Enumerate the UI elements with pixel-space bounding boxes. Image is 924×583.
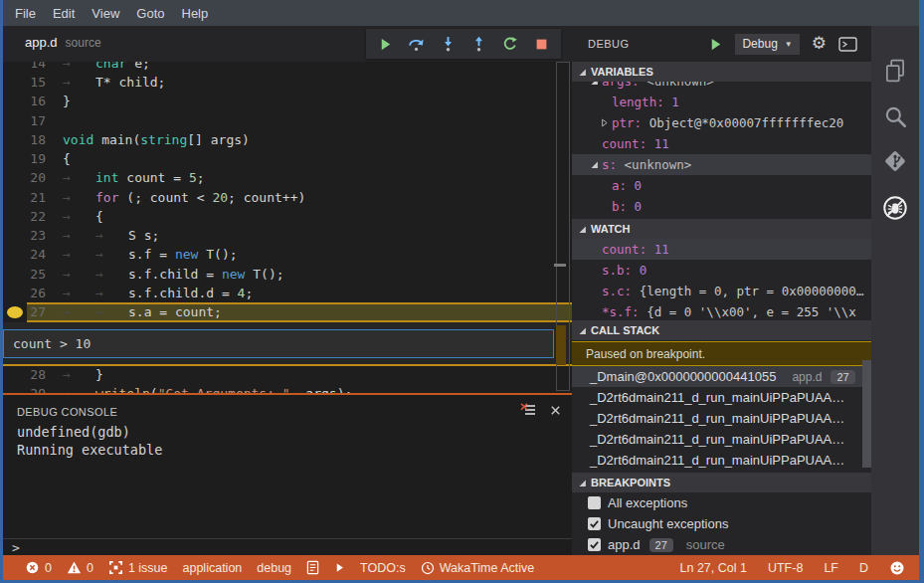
files-activity-icon[interactable] <box>871 50 919 92</box>
chevron-expanded-icon[interactable] <box>590 82 602 86</box>
line-number: 27 <box>3 302 55 322</box>
frame-function: _D2rt6dmain211_d_run_mainUiPPaPUAA… <box>590 432 844 447</box>
status-todos[interactable]: TODO:s <box>360 561 406 575</box>
editor-scrollbar[interactable] <box>556 62 570 391</box>
frame-function: _D2rt6dmain211_d_run_mainUiPPaPUAA… <box>590 411 844 426</box>
clock-icon <box>421 561 435 575</box>
gear-icon[interactable]: ⚙ <box>812 35 827 53</box>
status-task-application[interactable]: application <box>183 561 243 575</box>
status-label: 0 <box>87 561 93 575</box>
checkbox-checked[interactable] <box>588 538 601 551</box>
condition-input[interactable]: count > 10 <box>3 329 554 358</box>
code-line-14: 14→char e; <box>3 62 572 74</box>
clear-console-icon[interactable] <box>520 403 536 417</box>
git-activity-icon[interactable] <box>871 140 919 182</box>
status-errors[interactable]: 0 <box>25 560 52 575</box>
console-title: DEBUG CONSOLE <box>17 406 117 418</box>
search-activity-icon[interactable] <box>871 96 919 137</box>
variable-b[interactable]: b: 0 <box>572 196 871 217</box>
variable-length[interactable]: length: 1 <box>572 92 871 112</box>
overview-ruler-mark <box>556 325 566 365</box>
status-cursor-position[interactable]: Ln 27, Col 1 <box>680 561 747 575</box>
variable-value: 11 <box>654 133 669 154</box>
watch-s.c[interactable]: s.c: {length = 0, ptr = 0x00000000… <box>572 281 871 301</box>
status-label: application <box>183 561 243 575</box>
status-wakatime[interactable]: WakaTime Active <box>421 561 535 575</box>
debug-sidebar: DEBUG Debug ▼ ⚙ VARIABLES args: <unknown… <box>572 26 871 555</box>
restart-button[interactable] <box>498 32 522 56</box>
call-stack-list: _Dmain@0x0000000000441055app.d27_D2rt6dm… <box>572 366 871 473</box>
status-language-mode[interactable]: D <box>859 561 868 575</box>
status-issues[interactable]: 1 issue <box>108 560 168 575</box>
tab-appd[interactable]: app.dsource <box>25 35 101 50</box>
code-text: →int count = 5; <box>63 168 205 188</box>
close-icon[interactable] <box>549 404 562 417</box>
menu-goto[interactable]: Goto <box>133 4 167 23</box>
sidebar-scrollbar[interactable] <box>862 360 871 468</box>
chevron-collapsed-icon[interactable] <box>600 118 612 127</box>
continue-button[interactable] <box>373 32 397 56</box>
variable-count[interactable]: count: 11 <box>572 133 871 154</box>
chevron-expanded-icon[interactable] <box>590 160 602 169</box>
watch-s.b[interactable]: s.b: 0 <box>572 260 871 281</box>
section-variables[interactable]: VARIABLES <box>572 62 871 82</box>
line-number: 14 <box>3 62 55 74</box>
variable-ptr[interactable]: ptr: Object@*0x00007fffffffec20 <box>572 112 871 133</box>
variable-a[interactable]: a: 0 <box>572 175 871 196</box>
status-warnings[interactable]: 0 <box>67 560 93 575</box>
step-into-button[interactable] <box>436 32 460 56</box>
variable-value: <unknown> <box>647 82 714 92</box>
menu-edit[interactable]: Edit <box>50 4 78 23</box>
stack-frame[interactable]: _D2rt6dmain211_d_run_mainUiPPaPUAA… <box>572 387 871 408</box>
variable-args[interactable]: args: <unknown> <box>572 82 871 92</box>
section-call-stack[interactable]: CALL STACK <box>572 320 871 340</box>
console-line: Running executable <box>17 442 162 460</box>
status-label: Ln 27, Col 1 <box>680 561 747 575</box>
stop-button[interactable] <box>530 32 554 56</box>
status-feedback[interactable] <box>889 560 905 576</box>
code-editor[interactable]: 14→char e;15→T* child;16}1718void main(s… <box>3 62 572 393</box>
error-icon <box>25 560 40 575</box>
console-line: undefined(gdb) <box>17 424 162 442</box>
start-debug-icon[interactable] <box>708 37 723 52</box>
step-out-button[interactable] <box>467 32 491 56</box>
variable-name: a: <box>612 175 635 196</box>
checkbox-unchecked[interactable] <box>588 496 601 509</box>
section-breakpoints[interactable]: BREAKPOINTS <box>572 473 871 492</box>
section-label: CALL STACK <box>591 324 659 336</box>
status-document[interactable] <box>306 560 319 575</box>
checkbox-checked[interactable] <box>588 517 601 530</box>
debug-config-label: Debug <box>742 37 777 51</box>
watch-*s.f[interactable]: *s.f: {d = 0 '\\x00', e = 255 '\\x <box>572 301 871 320</box>
section-watch[interactable]: WATCH <box>572 219 871 239</box>
breakpoint-item[interactable]: Uncaught exceptions <box>572 513 871 534</box>
stack-frame[interactable]: _Dmain@0x0000000000441055app.d27 <box>572 366 871 387</box>
line-badge: 27 <box>649 538 673 552</box>
status-eol[interactable]: LF <box>824 561 838 575</box>
frame-function: _Dmain@0x0000000000441055 <box>590 369 776 384</box>
console-input[interactable]: > <box>3 538 572 556</box>
menu-view[interactable]: View <box>89 4 122 23</box>
watch-count[interactable]: count: 11 <box>572 239 871 260</box>
open-console-icon[interactable] <box>838 37 857 52</box>
debug-config-dropdown[interactable]: Debug ▼ <box>735 34 799 55</box>
console-output: undefined(gdb)Running executable <box>17 424 162 459</box>
status-encoding[interactable]: UTF-8 <box>768 561 803 575</box>
menu-file[interactable]: File <box>12 4 39 23</box>
breakpoint-item[interactable]: All exceptions <box>572 492 871 513</box>
menu-help[interactable]: Help <box>179 4 212 23</box>
scrollbar-thumb[interactable] <box>554 264 566 267</box>
stack-frame[interactable]: _D2rt6dmain211_d_run_mainUiPPaPUAA… <box>572 450 871 471</box>
status-task-debug[interactable]: debug <box>257 561 291 575</box>
code-line-21: 21→for (; count < 20; count++) <box>3 188 572 208</box>
variable-name: ptr: <box>612 112 649 133</box>
step-over-button[interactable] <box>405 32 429 56</box>
variable-s[interactable]: s: <unknown> <box>572 154 871 175</box>
debug-activity-icon[interactable] <box>871 187 919 229</box>
status-run-task[interactable] <box>334 562 345 573</box>
stack-frame[interactable]: _D2rt6dmain211_d_run_mainUiPPaPUAA… <box>572 429 871 450</box>
breakpoint-item[interactable]: app.d27source <box>572 534 871 555</box>
line-number: 16 <box>3 92 55 111</box>
variable-name: s.c: <box>602 281 640 301</box>
stack-frame[interactable]: _D2rt6dmain211_d_run_mainUiPPaPUAA… <box>572 408 871 429</box>
